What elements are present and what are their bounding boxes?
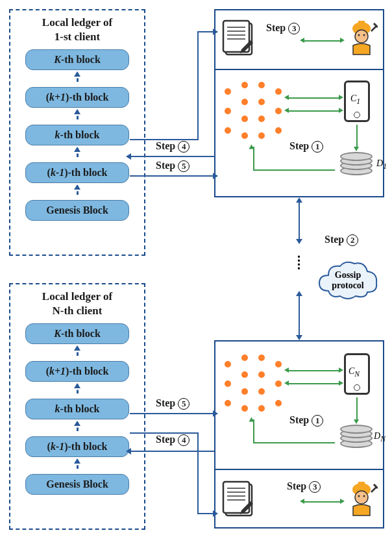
arrow-head-icon [339, 95, 343, 100]
arrow-head-icon [284, 95, 289, 100]
arrow-head-icon [300, 499, 304, 504]
database-icon [340, 152, 373, 177]
arrow-nn-db-nh [253, 442, 335, 443]
arrow-head-icon [213, 410, 218, 417]
step-3-label-top: Step 3 [266, 22, 300, 34]
arrow-phone-db-n [356, 397, 358, 419]
ledger-1-title-l1: Local ledger of [42, 16, 112, 29]
ledger-1-block-K: K-th block [25, 49, 129, 70]
arrow-head-icon [296, 197, 302, 203]
arrow-head-icon [354, 419, 359, 424]
client-1-divider [215, 69, 383, 70]
ledger-1-title-suf: -st client [60, 31, 100, 43]
arrow-head-icon [339, 380, 343, 386]
arrow-step5-top [130, 175, 214, 177]
arrow-head-icon [126, 448, 131, 454]
arrow-head-icon [339, 367, 343, 373]
ledger-n-title: Local ledger of N-th client [16, 290, 139, 318]
miner-icon [345, 480, 378, 517]
arrow-kblock-notepad-nv [197, 432, 199, 513]
ledger-n-title-suf: -th client [60, 305, 103, 317]
arrow-nn-db-nv [253, 419, 254, 443]
ledger-n-box: Local ledger of N-th client K-th block (… [9, 283, 145, 530]
ledger-n-title-l1: Local ledger of [42, 290, 112, 303]
arrow-head-icon [126, 153, 131, 160]
arrow-head-icon [249, 417, 254, 422]
svg-point-76 [355, 491, 368, 504]
svg-point-78 [363, 495, 365, 497]
svg-point-9 [358, 34, 360, 36]
arrow-step3-bot [304, 501, 340, 503]
ledger-1-block-k: k-th block [25, 125, 129, 145]
neural-net-icon [225, 355, 283, 413]
arrow-head-icon [284, 380, 289, 386]
arrow-head-icon [213, 173, 218, 179]
client-n-divider [215, 469, 383, 470]
notepad-icon [222, 479, 260, 519]
step-3-label-bot: Step 3 [287, 480, 321, 493]
arrow-nn-phone-1a [288, 97, 339, 99]
arrow-head-icon [354, 147, 359, 151]
arrow-head-icon [213, 29, 218, 35]
arrow-gossip-top [299, 201, 300, 240]
arrow-nn-phone-na [288, 370, 339, 371]
arrow-nn-phone-nb [288, 383, 339, 384]
arrow-head-icon [213, 510, 218, 517]
svg-line-42 [228, 364, 245, 392]
arrow-head-icon [340, 499, 345, 504]
ledger-n-title-n: N [53, 305, 60, 317]
arrow-kblock-notepad-1h [130, 139, 197, 140]
arrow-head-icon [339, 108, 343, 113]
arrow-kblock-notepad-1v [197, 31, 199, 140]
arrow-gossip-bot [299, 295, 300, 336]
ledger-1-block-kp1: (k+1)-th block [25, 87, 129, 108]
svg-point-8 [355, 30, 368, 43]
client-1-box: Step 3 C1 Step 1 D1 [214, 9, 384, 197]
vdots-icon: ···· [297, 255, 300, 270]
step-4-label-top: Step 4 [156, 140, 190, 153]
ledger-1-block-km1: (k-1)-th block [25, 162, 129, 183]
step-2-label: Step 2 [325, 234, 358, 246]
svg-line-14 [228, 92, 245, 119]
svg-point-77 [358, 495, 360, 497]
step-1-label-bot: Step 1 [289, 414, 323, 427]
arrow-step3-top [304, 40, 340, 42]
miner-icon [345, 19, 378, 56]
arrow-step4-top [130, 156, 214, 157]
client-n-D-label: DN [374, 431, 386, 443]
client-1-D-label: D1 [376, 158, 387, 171]
database-icon [340, 425, 373, 449]
notepad-icon [222, 18, 260, 58]
step-1-label-top: Step 1 [289, 140, 323, 153]
step-5-label-bot: Step 5 [156, 397, 190, 410]
arrow-head-icon [296, 239, 302, 244]
ledger-n-block-km1: (k-1)-th block [25, 436, 129, 457]
cloud-text: Gossipprotocol [315, 270, 380, 291]
arrow-head-icon [340, 38, 345, 43]
client-n-C-label: CN [349, 366, 360, 379]
ledger-n-block-K: K-th block [25, 323, 129, 344]
arrow-head-icon [296, 291, 302, 296]
arrow-head-icon [296, 335, 302, 340]
arrow-phone-db-1 [356, 125, 358, 147]
arrow-head-icon [284, 108, 289, 113]
svg-line-11 [371, 26, 376, 31]
arrow-step4-bot [130, 451, 214, 452]
svg-rect-75 [358, 482, 365, 486]
ledger-1-title: Local ledger of 1-st client [16, 16, 139, 44]
step-5-label-top: Step 5 [156, 160, 190, 172]
ledger-1-box: Local ledger of 1-st client K-th block (… [9, 9, 145, 256]
arrow-head-icon [284, 367, 289, 373]
arrow-nn-db-1h [253, 169, 335, 171]
arrow-nn-db-1v [253, 147, 254, 170]
client-n-box: CN Step 1 DN Step 3 [214, 340, 384, 529]
ledger-n-block-k: k-th block [25, 399, 129, 419]
arrow-kblock-notepad-nh [130, 432, 197, 434]
neural-net-icon [225, 82, 283, 140]
client-1-C-label: C1 [350, 93, 360, 106]
ledger-n-block-kp1: (k+1)-th block [25, 361, 129, 382]
arrow-nn-phone-1b [288, 110, 339, 112]
svg-line-79 [371, 487, 376, 492]
svg-rect-7 [358, 21, 365, 25]
ledger-n-block-genesis: Genesis Block [25, 474, 129, 495]
